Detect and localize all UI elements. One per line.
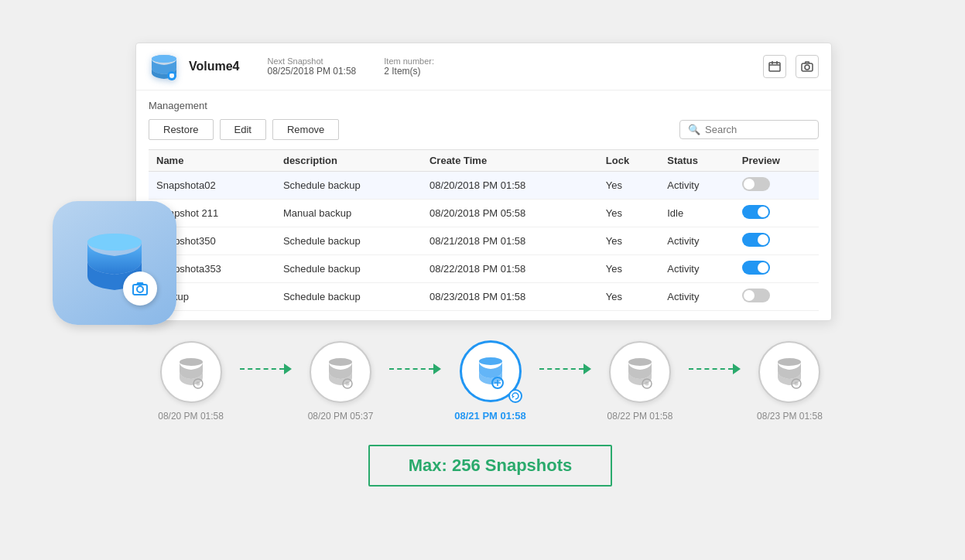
cell-status: Activity [659,172,734,200]
node-label: 08/20 PM 01:58 [158,411,224,422]
cell-create-time: 08/20/2018 PM 05:58 [422,200,598,227]
search-box[interactable]: 🔍 [679,120,819,139]
cell-status: Activity [659,227,734,255]
timeline-node[interactable]: 08/23 PM 01:58 [741,341,838,422]
timeline-node[interactable]: 08/20 PM 05:37 [292,341,389,422]
cell-create-time: 08/20/2018 PM 01:58 [422,172,598,200]
cell-status: Activity [659,283,734,311]
item-number-section: Item number: 2 Item(s) [384,56,434,77]
cell-preview [734,200,819,227]
timeline-node[interactable]: 08/20 PM 01:58 [142,341,239,422]
next-snapshot-section: Next Snapshot 08/25/2018 PM 01:58 [268,56,357,77]
col-status: Status [659,150,734,172]
remove-button[interactable]: Remove [272,119,339,140]
management-label: Management [149,100,819,111]
node-db-icon [772,354,807,390]
camera-badge-icon [132,280,149,297]
app-icon [53,201,176,325]
node-circle [460,340,522,402]
management-panel: Volume4 Next Snapshot 08/25/2018 PM 01:5… [135,43,832,321]
search-icon: 🔍 [688,124,700,135]
calendar-icon-btn[interactable] [763,55,786,78]
item-count: 2 Item(s) [384,66,434,77]
timeline-node[interactable]: 08/22 PM 01:58 [591,341,689,422]
table-row[interactable]: Snapshota02 Schedule backup 08/20/2018 P… [149,172,819,200]
header-actions [763,55,819,78]
cell-name: Snapshota02 [149,172,275,200]
arrow-head [733,364,741,374]
arrow-connector [240,364,292,374]
preview-toggle[interactable] [742,205,770,219]
volume-name: Volume4 [189,60,240,73]
edit-button[interactable]: Edit [220,119,266,140]
svg-marker-23 [512,396,515,398]
search-input[interactable] [705,124,810,135]
node-db-icon [622,354,658,390]
restore-button[interactable]: Restore [149,119,214,140]
node-db-icon [173,354,209,390]
max-snapshots-box: Max: 256 Snapshots [368,445,613,487]
volume-name-info: Volume4 [189,60,240,73]
cell-preview [734,255,819,283]
item-number-label: Item number: [384,56,434,66]
svg-point-12 [87,234,142,251]
svg-point-18 [329,358,352,366]
cell-create-time: 08/23/2018 PM 01:58 [422,283,598,311]
node-circle [758,341,820,403]
arrow-head [583,364,591,374]
management-section: Management Restore Edit Remove 🔍 Name de… [136,90,831,320]
node-label: 08/21 PM 01:58 [454,410,526,422]
table-row[interactable]: Snapshota353 Schedule backup 08/22/2018 … [149,255,819,283]
node-db-icon [473,353,508,389]
calendar-icon [768,60,781,73]
cell-status: Activity [659,255,734,283]
preview-toggle[interactable] [742,177,770,191]
db-icon [80,228,149,298]
cell-lock: Yes [598,227,659,255]
svg-point-10 [805,65,809,70]
svg-point-1 [152,55,176,63]
dashed-line [389,368,433,370]
table-row[interactable]: Snapshot 211 Manual backup 08/20/2018 PM… [149,200,819,227]
svg-point-20 [346,381,350,385]
col-preview: Preview [734,150,819,172]
preview-toggle[interactable] [742,289,770,302]
preview-toggle[interactable] [742,261,770,275]
camera-icon [801,60,813,73]
node-label: 08/20 PM 05:37 [308,411,374,422]
cell-description: Manual backup [275,200,422,227]
node-db-icon [323,354,358,390]
panel-header: Volume4 Next Snapshot 08/25/2018 PM 01:5… [136,43,831,90]
dashed-line [539,368,583,370]
cell-lock: Yes [598,255,659,283]
cell-create-time: 08/22/2018 PM 01:58 [422,255,598,283]
svg-point-21 [479,357,502,365]
table-row[interactable]: Snapshot350 Schedule backup 08/21/2018 P… [149,227,819,255]
cell-preview [734,283,819,311]
cell-status: Idle [659,200,734,227]
toolbar: Restore Edit Remove 🔍 [149,119,819,140]
preview-toggle[interactable] [742,233,770,247]
svg-point-29 [795,381,799,385]
camera-badge [123,271,157,306]
svg-point-24 [628,358,652,366]
cell-preview [734,227,819,255]
arrow-head [284,364,292,374]
cell-description: Schedule backup [275,227,422,255]
cell-create-time: 08/21/2018 PM 01:58 [422,227,598,255]
col-lock: Lock [598,150,659,172]
next-snapshot-label: Next Snapshot [268,56,357,66]
timeline-node[interactable]: 08/21 PM 01:58 [441,340,539,422]
node-circle [609,341,671,403]
arrow-connector [689,364,741,374]
camera-icon-btn[interactable] [796,55,819,78]
table-row[interactable]: backup Schedule backup 08/23/2018 PM 01:… [149,283,819,311]
table-header-row: Name description Create Time Lock Status… [149,150,819,172]
cell-lock: Yes [598,283,659,311]
timeline-nodes: 08/20 PM 01:58 08/20 PM 05:37 [142,340,839,422]
arrow-head [433,364,441,374]
volume-icon [149,51,180,82]
svg-point-17 [196,381,200,385]
node-label: 08/23 PM 01:58 [757,411,823,422]
snapshot-table: Name description Create Time Lock Status… [149,149,819,311]
